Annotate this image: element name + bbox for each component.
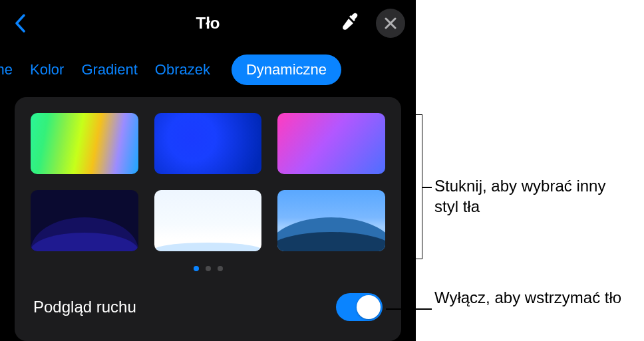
style-thumb[interactable] xyxy=(154,190,262,251)
category-tabs: tępne Kolor Gradient Obrazek Dynamiczne xyxy=(0,47,416,97)
style-thumb[interactable] xyxy=(31,190,138,251)
style-thumb[interactable] xyxy=(277,113,385,174)
callout-grid: Stuknij, aby wybrać inny styl tła xyxy=(434,175,634,217)
chevron-left-icon xyxy=(14,14,26,33)
leader-line xyxy=(386,308,432,310)
tab-image[interactable]: Obrazek xyxy=(155,61,210,78)
page-dots[interactable] xyxy=(31,251,385,279)
eyedropper-icon xyxy=(341,12,360,31)
eyedropper-button[interactable] xyxy=(341,12,360,35)
tab-gradient[interactable]: Gradient xyxy=(81,61,137,78)
motion-switch[interactable] xyxy=(336,293,383,321)
tab-dynamic[interactable]: Dynamiczne xyxy=(232,55,341,85)
motion-label: Podgląd ruchu xyxy=(33,298,136,316)
switch-knob xyxy=(357,295,381,319)
panel-header: Tło xyxy=(0,0,416,47)
tab-presets[interactable]: tępne xyxy=(0,61,13,78)
close-button[interactable] xyxy=(376,9,405,38)
page-dot xyxy=(218,266,223,271)
style-thumb[interactable] xyxy=(31,113,138,174)
style-thumb[interactable] xyxy=(154,113,262,174)
page-dot xyxy=(206,266,211,271)
callout-toggle: Wyłącz, aby wstrzymać tło xyxy=(434,287,634,308)
close-icon xyxy=(385,17,397,29)
motion-row: Podgląd ruchu xyxy=(31,286,385,325)
page-dot xyxy=(194,266,199,271)
styles-card: Podgląd ruchu xyxy=(15,97,401,341)
leader-line xyxy=(422,187,432,188)
bracket-icon xyxy=(416,114,422,259)
background-panel: Tło tępne Kolor Gradient Obrazek Dynamic… xyxy=(0,0,416,341)
callouts: Stuknij, aby wybrać inny styl tła Wyłącz… xyxy=(416,0,644,341)
tab-color[interactable]: Kolor xyxy=(30,61,64,78)
header-actions xyxy=(341,9,405,38)
style-thumb[interactable] xyxy=(277,190,385,251)
style-grid xyxy=(31,113,385,251)
back-button[interactable] xyxy=(11,14,29,33)
